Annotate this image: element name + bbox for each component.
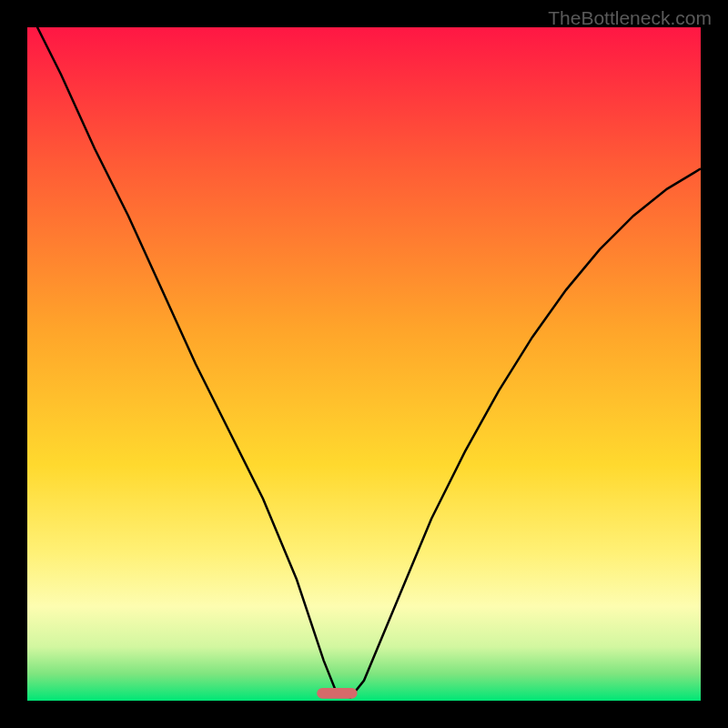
plot-area — [27, 27, 701, 701]
watermark-text: TheBottleneck.com — [548, 7, 712, 29]
chart-svg — [27, 27, 701, 701]
minimum-marker — [317, 688, 357, 699]
chart-container: TheBottleneck.com — [0, 0, 728, 728]
chart-background — [27, 27, 701, 701]
